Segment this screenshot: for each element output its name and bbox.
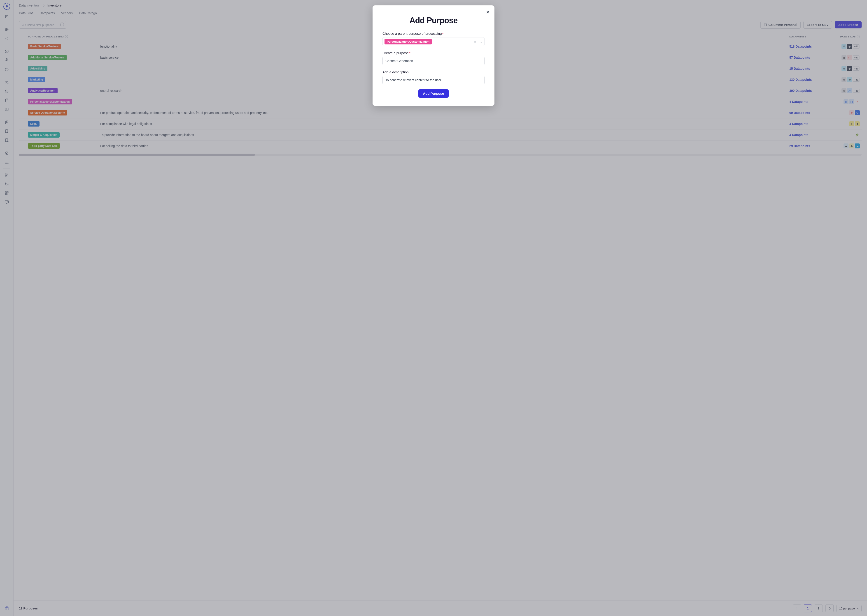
description-input[interactable] xyxy=(383,76,484,84)
chevron-down-icon[interactable] xyxy=(479,40,482,44)
close-icon[interactable]: ✕ xyxy=(484,9,491,15)
modal-title: Add Purpose xyxy=(383,16,484,25)
parent-purpose-label: Choose a parent purpose of processing* xyxy=(383,31,484,35)
add-purpose-modal: ✕ Add Purpose Choose a parent purpose of… xyxy=(372,5,495,106)
parent-purpose-select[interactable]: Personalization/Customization ✕ xyxy=(383,37,484,46)
clear-icon[interactable]: ✕ xyxy=(473,40,477,44)
purpose-name-input[interactable] xyxy=(383,57,484,65)
modal-overlay[interactable]: ✕ Add Purpose Choose a parent purpose of… xyxy=(0,0,867,616)
description-label: Add a description xyxy=(383,70,484,74)
purpose-name-label: Create a purpose* xyxy=(383,51,484,55)
submit-button[interactable]: Add Purpose xyxy=(418,89,448,97)
selected-tag: Personalization/Customization xyxy=(385,39,432,44)
